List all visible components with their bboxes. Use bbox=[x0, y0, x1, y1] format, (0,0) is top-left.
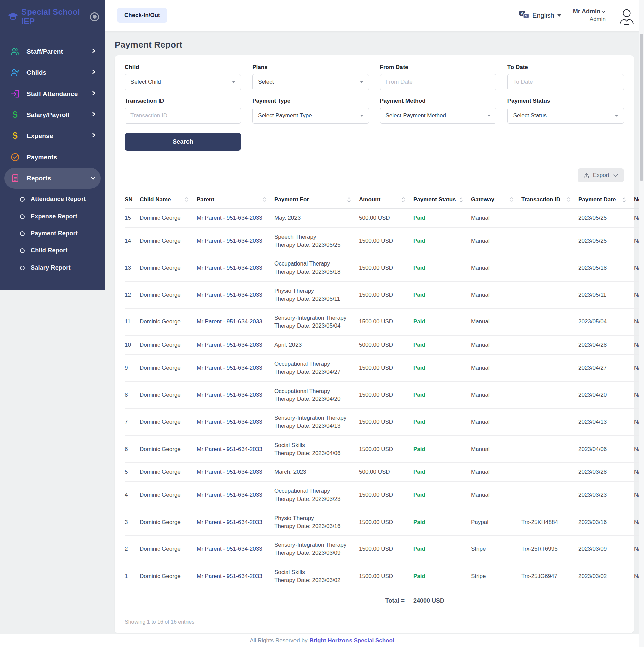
payment-for-title: Physio Therapy bbox=[274, 287, 356, 295]
sidebar-menu: Staff/Parent Childs Staff Attendance $ S… bbox=[0, 41, 105, 276]
cell-sn: 1 bbox=[125, 563, 140, 590]
cell-payment-for: Occupational Therapy Therapy Date: 2023/… bbox=[274, 254, 359, 282]
payment-for-therapy-date: Therapy Date: 2023/04/27 bbox=[274, 368, 356, 376]
table-row: 1 Dominic George Mr Parent - 951-634-203… bbox=[125, 563, 644, 590]
payment-for-title: May, 2023 bbox=[274, 214, 356, 222]
graduation-cap-icon bbox=[7, 12, 19, 22]
cell-transaction-id: Trx-25RT6995 bbox=[521, 536, 578, 563]
cell-parent-link[interactable]: Mr Parent - 951-634-2033 bbox=[197, 227, 274, 254]
cell-parent-link[interactable]: Mr Parent - 951-634-2033 bbox=[197, 281, 274, 308]
cell-parent-link[interactable]: Mr Parent - 951-634-2033 bbox=[197, 254, 274, 282]
cell-parent-link[interactable]: Mr Parent - 951-634-2033 bbox=[197, 209, 274, 228]
cell-sn: 3 bbox=[125, 509, 140, 536]
payment-status-select[interactable]: Select Status bbox=[507, 108, 624, 124]
payment-report-table: SN Child Name Parent Payment For Amount … bbox=[125, 191, 644, 612]
sort-icon[interactable] bbox=[263, 197, 266, 203]
sidebar-item-label: Salary/Payroll bbox=[26, 111, 92, 119]
sidebar-item-childs[interactable]: Childs bbox=[0, 62, 105, 83]
sidebar-item-salary-report[interactable]: Salary Report bbox=[0, 259, 105, 276]
filter-payment-status: Payment Status Select Status bbox=[507, 98, 624, 124]
avatar[interactable] bbox=[617, 6, 636, 25]
payment-type-select[interactable]: Select Payment Type bbox=[252, 108, 369, 124]
caret-down-icon bbox=[360, 81, 363, 83]
cell-parent-link[interactable]: Mr Parent - 951-634-2033 bbox=[197, 336, 274, 355]
footer-brand-link[interactable]: Bright Horizons Special School bbox=[309, 637, 394, 644]
plans-select[interactable]: Select bbox=[252, 74, 369, 90]
cell-payment-status: Paid bbox=[413, 509, 471, 536]
cell-parent-link[interactable]: Mr Parent - 951-634-2033 bbox=[197, 482, 274, 509]
cell-parent-link[interactable]: Mr Parent - 951-634-2033 bbox=[197, 435, 274, 463]
sidebar-item-label: Staff Attendance bbox=[26, 90, 92, 98]
sort-icon[interactable] bbox=[567, 197, 570, 203]
col-header-amount[interactable]: Amount bbox=[359, 191, 413, 209]
col-header-transaction-id[interactable]: Transaction ID bbox=[521, 191, 578, 209]
caret-down-icon bbox=[232, 81, 235, 83]
sidebar-item-expense-report[interactable]: Expense Report bbox=[0, 208, 105, 225]
sidebar-collapse-toggle[interactable] bbox=[90, 12, 99, 21]
cell-parent-link[interactable]: Mr Parent - 951-634-2033 bbox=[197, 354, 274, 381]
cell-parent-link[interactable]: Mr Parent - 951-634-2033 bbox=[197, 381, 274, 409]
cell-payment-date: 2023/04/20 bbox=[578, 381, 634, 409]
sidebar-item-staff-parent[interactable]: Staff/Parent bbox=[0, 41, 105, 62]
cell-parent-link[interactable]: Mr Parent - 951-634-2033 bbox=[197, 308, 274, 336]
cell-payment-for: Sensory-Integration Therapy Therapy Date… bbox=[274, 536, 359, 563]
from-date-input[interactable] bbox=[380, 74, 496, 90]
cell-sn: 12 bbox=[125, 281, 140, 308]
payment-for-title: Occupational Therapy bbox=[274, 260, 356, 268]
cell-parent-link[interactable]: Mr Parent - 951-634-2033 bbox=[197, 409, 274, 436]
page-scrollbar[interactable] bbox=[639, 0, 644, 647]
col-header-payment-status[interactable]: Payment Status bbox=[413, 191, 471, 209]
payment-method-select-value: Select Payment Method bbox=[386, 112, 446, 119]
cell-gateway: Manual bbox=[471, 463, 521, 482]
table-row: 6 Dominic George Mr Parent - 951-634-203… bbox=[125, 435, 644, 463]
export-button[interactable]: Export bbox=[578, 168, 624, 182]
cell-parent-link[interactable]: Mr Parent - 951-634-2033 bbox=[197, 509, 274, 536]
cell-child-name: Dominic George bbox=[140, 463, 197, 482]
cell-gateway: Manual bbox=[471, 435, 521, 463]
circle-bullet-icon bbox=[20, 197, 25, 202]
submenu-item-label: Expense Report bbox=[31, 213, 77, 220]
sort-icon[interactable] bbox=[509, 197, 513, 203]
cell-payment-status: Paid bbox=[413, 209, 471, 228]
transaction-id-input[interactable] bbox=[125, 108, 241, 124]
sort-icon[interactable] bbox=[347, 197, 351, 203]
chevron-right-icon bbox=[92, 112, 96, 118]
sidebar-item-expense[interactable]: $ Expense bbox=[0, 125, 105, 146]
check-in-out-button[interactable]: Check-In/Out bbox=[117, 8, 167, 23]
sidebar-item-payments[interactable]: Payments bbox=[0, 146, 105, 168]
cell-payment-for: Sensory-Integration Therapy Therapy Date… bbox=[274, 409, 359, 436]
language-selector[interactable]: A English bbox=[519, 10, 561, 21]
child-select[interactable]: Select Child bbox=[125, 74, 241, 90]
scrollbar-thumb[interactable] bbox=[640, 34, 643, 181]
cell-gateway: Paypal bbox=[471, 509, 521, 536]
sidebar-item-payment-report[interactable]: Payment Report bbox=[0, 225, 105, 242]
sidebar-item-salary-payroll[interactable]: $ Salary/Payroll bbox=[0, 104, 105, 125]
cell-payment-status: Paid bbox=[413, 336, 471, 355]
col-header-gateway[interactable]: Gateway bbox=[471, 191, 521, 209]
sidebar-item-child-report[interactable]: Child Report bbox=[0, 242, 105, 259]
cell-parent-link[interactable]: Mr Parent - 951-634-2033 bbox=[197, 563, 274, 590]
sort-icon[interactable] bbox=[185, 197, 189, 203]
cell-parent-link[interactable]: Mr Parent - 951-634-2033 bbox=[197, 463, 274, 482]
cell-payment-status: Paid bbox=[413, 536, 471, 563]
col-header-payment-date[interactable]: Payment Date bbox=[578, 191, 634, 209]
sidebar-item-staff-attendance[interactable]: Staff Attendance bbox=[0, 83, 105, 104]
circle-bullet-icon bbox=[20, 248, 25, 253]
search-button[interactable]: Search bbox=[125, 133, 241, 151]
user-menu[interactable]: Mr Admin bbox=[573, 8, 606, 15]
col-header-payment-for[interactable]: Payment For bbox=[274, 191, 359, 209]
payment-method-select[interactable]: Select Payment Method bbox=[380, 108, 496, 124]
cell-transaction-id bbox=[521, 409, 578, 436]
sort-icon[interactable] bbox=[459, 197, 463, 203]
cell-parent-link[interactable]: Mr Parent - 951-634-2033 bbox=[197, 536, 274, 563]
col-header-child-name[interactable]: Child Name bbox=[140, 191, 197, 209]
sort-icon[interactable] bbox=[401, 197, 405, 203]
table-row: 12 Dominic George Mr Parent - 951-634-20… bbox=[125, 281, 644, 308]
cell-payment-date: 2023/04/28 bbox=[578, 336, 634, 355]
cell-amount: 500.00 USD bbox=[359, 463, 413, 482]
sidebar-item-attendance-report[interactable]: Attendance Report bbox=[0, 191, 105, 208]
to-date-input[interactable] bbox=[507, 74, 624, 90]
sort-icon[interactable] bbox=[622, 197, 626, 203]
sidebar-item-reports[interactable]: Reports bbox=[4, 168, 101, 189]
col-header-parent[interactable]: Parent bbox=[197, 191, 274, 209]
